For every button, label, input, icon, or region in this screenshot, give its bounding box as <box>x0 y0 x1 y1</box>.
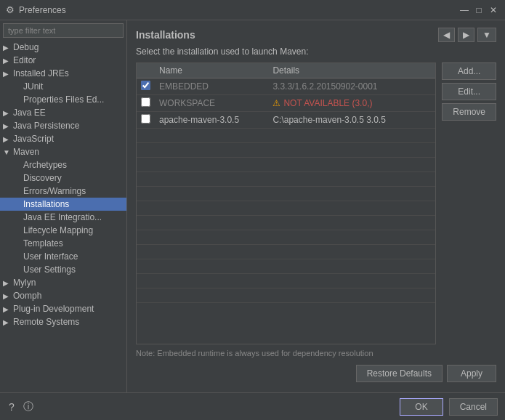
sidebar-item-installations[interactable]: Installations <box>0 198 126 211</box>
minimize-button[interactable]: — <box>458 4 470 16</box>
sidebar-item-remote-systems[interactable]: ▶Remote Systems <box>0 315 126 328</box>
name-cell-workspace: WORKSPACE <box>155 95 268 112</box>
empty-cell <box>137 143 155 158</box>
sidebar-item-maven[interactable]: ▼Maven <box>0 145 126 158</box>
apply-button[interactable]: Apply <box>447 365 496 382</box>
nav-forward-button[interactable]: ▶ <box>458 28 474 42</box>
sidebar-item-label-mylyn: Mylyn <box>13 278 36 288</box>
content-description: Select the installation used to launch M… <box>136 47 496 57</box>
sidebar-item-java-ee-integration[interactable]: Java EE Integratio... <box>0 211 126 224</box>
empty-cell <box>137 274 155 288</box>
name-cell-apache-maven: apache-maven-3.0.5 <box>155 112 268 129</box>
content-header: Installations ◀ ▶ ▼ <box>136 28 496 42</box>
empty-cell <box>268 201 424 216</box>
info-button[interactable]: ⓘ <box>22 399 35 415</box>
sidebar-item-lifecycle-mapping[interactable]: Lifecycle Mapping <box>0 224 126 237</box>
sidebar-item-javascript[interactable]: ▶JavaScript <box>0 132 126 145</box>
sidebar-item-editor[interactable]: ▶Editor <box>0 54 126 67</box>
sidebar-item-user-settings[interactable]: User Settings <box>0 263 126 276</box>
restore-defaults-button[interactable]: Restore Defaults <box>356 365 443 382</box>
sidebar-item-label-installations: Installations <box>23 199 69 209</box>
sidebar-item-properties-files[interactable]: Properties Files Ed... <box>0 93 126 106</box>
java-persistence-arrow-icon: ▶ <box>3 122 13 130</box>
sidebar-item-mylyn[interactable]: ▶Mylyn <box>0 276 126 289</box>
empty-cell <box>137 288 155 303</box>
help-button[interactable]: ? <box>7 399 16 415</box>
empty-cell <box>268 172 424 187</box>
cancel-button[interactable]: Cancel <box>449 398 498 416</box>
empty-cell <box>137 172 155 187</box>
col-details: Details <box>268 63 424 78</box>
sidebar-item-templates[interactable]: Templates <box>0 237 126 250</box>
sidebar-item-java-persistence[interactable]: ▶Java Persistence <box>0 119 126 132</box>
empty-cell <box>155 245 268 259</box>
empty-cell <box>424 172 435 187</box>
empty-row <box>137 274 435 288</box>
col-checkbox <box>137 63 155 78</box>
empty-row <box>137 245 435 259</box>
empty-cell <box>137 129 155 143</box>
table-row-workspace[interactable]: WORKSPACE⚠NOT AVAILABLE (3.0,) <box>137 95 435 112</box>
main-container: ▶Debug▶Editor▶Installed JREsJUnitPropert… <box>0 20 505 392</box>
sidebar-item-discovery[interactable]: Discovery <box>0 171 126 185</box>
empty-row <box>137 172 435 187</box>
remove-button[interactable]: Remove <box>442 103 496 121</box>
empty-cell <box>137 201 155 216</box>
empty-cell <box>268 216 424 230</box>
oomph-arrow-icon: ▶ <box>3 292 13 300</box>
sidebar-item-junit[interactable]: JUnit <box>0 80 126 93</box>
sidebar-item-label-lifecycle-mapping: Lifecycle Mapping <box>23 225 93 235</box>
extra-cell-workspace <box>424 95 435 112</box>
ok-button[interactable]: OK <box>400 398 443 416</box>
bottom-bar: ? ⓘ OK Cancel <box>0 392 505 420</box>
sidebar-item-java-ee[interactable]: ▶Java EE <box>0 106 126 119</box>
close-button[interactable]: ✕ <box>488 4 499 16</box>
empty-cell <box>155 216 268 230</box>
sidebar-item-user-interface[interactable]: User Interface <box>0 250 126 263</box>
title-bar-left: ⚙ Preferences <box>6 4 66 15</box>
edit-button[interactable]: Edit... <box>442 83 496 100</box>
sidebar-item-label-debug: Debug <box>13 42 39 52</box>
debug-arrow-icon: ▶ <box>3 44 13 52</box>
sidebar-item-errors-warnings[interactable]: Errors/Warnings <box>0 185 126 198</box>
extra-cell-embedded <box>424 78 435 95</box>
table-row-apache-maven[interactable]: apache-maven-3.0.5C:\apache-maven-3.0.5 … <box>137 112 435 129</box>
nav-back-button[interactable]: ◀ <box>438 28 455 42</box>
extra-cell-apache-maven <box>424 112 435 129</box>
name-cell-embedded: EMBEDDED <box>155 78 268 95</box>
add-button[interactable]: Add... <box>442 62 496 80</box>
sidebar-item-plug-in-development[interactable]: ▶Plug-in Development <box>0 302 126 315</box>
checkbox-embedded[interactable] <box>141 81 150 90</box>
empty-row <box>137 143 435 158</box>
empty-cell <box>268 274 424 288</box>
sidebar-item-label-discovery: Discovery <box>23 173 62 183</box>
sidebar-item-debug[interactable]: ▶Debug <box>0 41 126 54</box>
empty-cell <box>155 288 268 303</box>
sidebar-item-label-plug-in-development: Plug-in Development <box>13 304 94 314</box>
nav-arrows: ◀ ▶ ▼ <box>438 28 496 42</box>
sidebar-item-oomph[interactable]: ▶Oomph <box>0 289 126 302</box>
sidebar-item-archetypes[interactable]: Archetypes <box>0 158 126 171</box>
empty-cell <box>137 230 155 245</box>
sidebar-item-installed-jres[interactable]: ▶Installed JREs <box>0 67 126 80</box>
empty-row <box>137 230 435 245</box>
table-section: Name Details EMBEDDED3.3.3/1.6.2.2015090… <box>136 62 496 349</box>
sidebar-item-label-javascript: JavaScript <box>13 134 54 144</box>
maximize-button[interactable]: □ <box>473 4 485 16</box>
empty-cell <box>155 143 268 158</box>
empty-cell <box>424 158 435 172</box>
details-text-workspace: NOT AVAILABLE (3.0,) <box>283 98 372 108</box>
note-text: Note: Embedded runtime is always used fo… <box>136 349 496 358</box>
empty-cell <box>424 129 435 143</box>
checkbox-apache-maven[interactable] <box>141 114 150 124</box>
empty-cell <box>137 187 155 201</box>
checkbox-workspace[interactable] <box>141 97 150 107</box>
content-title: Installations <box>136 29 195 41</box>
filter-input[interactable] <box>3 23 124 38</box>
empty-row <box>137 259 435 274</box>
table-row-embedded[interactable]: EMBEDDED3.3.3/1.6.2.20150902-0001 <box>137 78 435 95</box>
restore-apply-area: Restore Defaults Apply <box>136 362 496 385</box>
remote-systems-arrow-icon: ▶ <box>3 318 13 326</box>
sidebar-item-label-oomph: Oomph <box>13 291 41 301</box>
nav-dropdown-button[interactable]: ▼ <box>477 28 496 42</box>
